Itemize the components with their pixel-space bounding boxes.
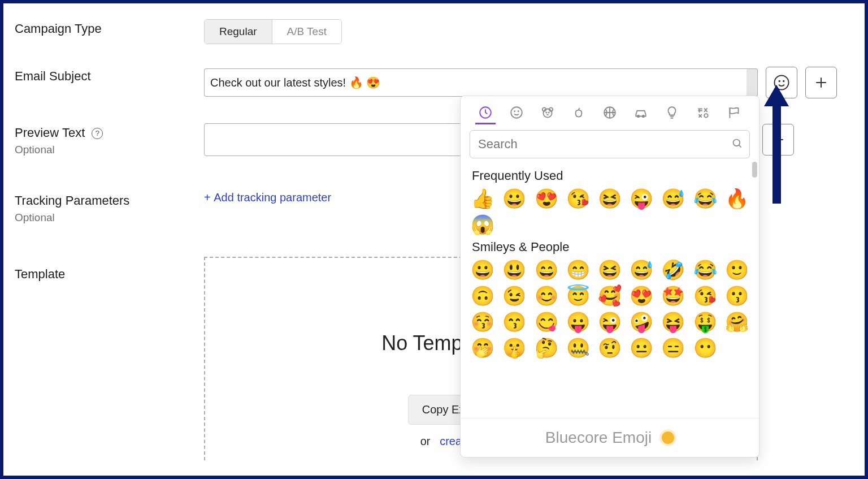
emoji-cat-objects[interactable]	[662, 102, 682, 124]
emoji-item[interactable]: 🤪	[628, 312, 654, 331]
emoji-item[interactable]: 😍	[628, 286, 654, 305]
svg-point-7	[543, 109, 552, 117]
preview-text-input[interactable]	[204, 123, 464, 156]
emoji-cat-food[interactable]	[568, 102, 589, 124]
emoji-item[interactable]: 😝	[660, 312, 686, 331]
emoji-cat-animals[interactable]	[537, 102, 558, 124]
smiley-icon	[773, 74, 790, 91]
tab-ab-test[interactable]: A/B Test	[272, 20, 341, 44]
emoji-picker-popover: Frequently Used 👍😀😍😘😆😜😅😂🔥😱 Smileys & Peo…	[460, 96, 760, 458]
emoji-item[interactable]: 😜	[597, 312, 623, 331]
flag-icon	[727, 105, 741, 120]
emoji-item[interactable]: 😉	[501, 286, 527, 305]
emoji-item[interactable]: 🔥	[724, 189, 750, 208]
tab-regular[interactable]: Regular	[205, 20, 272, 44]
basketball-icon	[602, 105, 617, 120]
emoji-item[interactable]: 🥰	[597, 286, 623, 305]
smiley-icon	[509, 105, 524, 120]
emoji-item[interactable]: 😁	[565, 260, 591, 279]
plus-icon	[770, 131, 787, 148]
emoji-item[interactable]: 😄	[533, 260, 559, 279]
svg-point-16	[734, 140, 740, 146]
svg-point-0	[775, 76, 789, 90]
emoji-item[interactable]: 😛	[565, 312, 591, 331]
emoji-cat-recent[interactable]	[475, 102, 496, 124]
email-subject-input[interactable]	[204, 68, 747, 97]
emoji-footer-dot-icon	[662, 431, 674, 444]
svg-point-4	[511, 107, 522, 118]
emoji-cat-smileys[interactable]	[506, 102, 527, 124]
emoji-item[interactable]: 😆	[597, 260, 623, 279]
emoji-item[interactable]: 👍	[470, 189, 496, 208]
emoji-item[interactable]: 🤨	[597, 338, 623, 357]
emoji-item[interactable]: 😱	[470, 215, 496, 234]
campaign-type-toggle[interactable]: Regular A/B Test	[204, 19, 342, 44]
preview-add-button[interactable]	[762, 124, 794, 156]
label-email-subject: Email Subject	[15, 69, 204, 84]
apple-icon	[571, 105, 586, 120]
emoji-item[interactable]: 😅	[628, 260, 654, 279]
emoji-body[interactable]: Frequently Used 👍😀😍😘😆😜😅😂🔥😱 Smileys & Peo…	[461, 158, 759, 418]
emoji-item[interactable]: 😐	[628, 338, 654, 357]
emoji-item[interactable]: 😀	[470, 260, 496, 279]
add-variable-button[interactable]	[805, 67, 837, 98]
emoji-item[interactable]: 😀	[501, 189, 527, 208]
emoji-item[interactable]: 🤭	[470, 338, 496, 357]
lightbulb-icon	[665, 105, 679, 120]
emoji-item[interactable]: 😂	[692, 189, 718, 208]
emoji-item[interactable]: 😍	[533, 189, 559, 208]
emoji-item[interactable]: 😃	[501, 260, 527, 279]
emoji-item[interactable]: 😚	[470, 312, 496, 331]
emoji-item[interactable]: 🤔	[533, 338, 559, 357]
emoji-item[interactable]: 😂	[692, 260, 718, 279]
emoji-item[interactable]: 🤗	[724, 312, 750, 331]
emoji-item[interactable]: 😋	[533, 312, 559, 331]
emoji-item[interactable]: 😜	[628, 189, 654, 208]
bear-icon	[540, 105, 555, 120]
label-tracking: Tracking Parameters	[15, 193, 204, 208]
emoji-item[interactable]: 😊	[533, 286, 559, 305]
emoji-cat-activity[interactable]	[600, 102, 620, 124]
emoji-item[interactable]: 😙	[501, 312, 527, 331]
label-preview-optional: Optional	[15, 144, 204, 156]
plus-icon	[813, 74, 830, 91]
emoji-item[interactable]: 🤑	[692, 312, 718, 331]
label-campaign-type: Campaign Type	[15, 21, 204, 36]
emoji-cat-travel[interactable]	[631, 102, 651, 124]
emoji-scroll-thumb[interactable]	[752, 162, 757, 178]
svg-point-11	[548, 112, 549, 113]
emoji-item[interactable]: 🤫	[501, 338, 527, 357]
emoji-footer-label: Bluecore Emoji	[545, 429, 652, 447]
emoji-item[interactable]: 😅	[660, 189, 686, 208]
emoji-item[interactable]: 🙂	[724, 260, 750, 279]
car-icon	[633, 105, 648, 120]
emoji-item[interactable]: 🤣	[660, 260, 686, 279]
search-icon	[732, 138, 743, 152]
emoji-item[interactable]: 😘	[565, 189, 591, 208]
help-icon[interactable]: ?	[92, 128, 103, 139]
emoji-item[interactable]: 😶	[692, 338, 718, 357]
svg-point-15	[704, 114, 708, 118]
svg-point-6	[518, 111, 518, 111]
svg-point-2	[783, 81, 784, 82]
emoji-item[interactable]: 😗	[724, 286, 750, 305]
emoji-item[interactable]: 🙃	[470, 286, 496, 305]
emoji-item[interactable]: 😇	[565, 286, 591, 305]
emoji-picker-button[interactable]	[766, 67, 797, 98]
emoji-item[interactable]: 😆	[597, 189, 623, 208]
add-tracking-link[interactable]: + Add tracking parameter	[204, 191, 331, 204]
emoji-section-smileys: Smileys & People	[472, 240, 750, 254]
emoji-item[interactable]: 🤐	[565, 338, 591, 357]
svg-point-10	[546, 112, 546, 113]
emoji-search-input[interactable]	[470, 130, 750, 158]
emoji-cat-flags[interactable]	[724, 102, 744, 124]
emoji-cat-symbols[interactable]	[693, 102, 713, 124]
emoji-item[interactable]: 🤩	[660, 286, 686, 305]
symbols-icon	[696, 105, 710, 120]
emoji-section-frequent: Frequently Used	[472, 169, 750, 183]
emoji-item[interactable]: 😘	[692, 286, 718, 305]
emoji-category-tabs	[461, 96, 759, 124]
svg-point-5	[514, 111, 515, 111]
emoji-item[interactable]: 😑	[660, 338, 686, 357]
label-tracking-optional: Optional	[15, 212, 204, 224]
